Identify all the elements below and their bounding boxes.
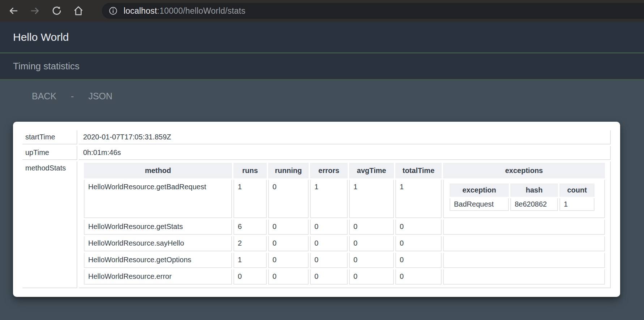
runs-value: 2 [233,236,267,251]
method-name: HelloWorldResource.getStats [84,220,232,235]
method-name: HelloWorldResource.getBadRequest [84,180,232,218]
exceptions-cell: exception hash count BadRequest 8e620862 [443,180,605,218]
running-value: 0 [268,236,309,251]
avgtime-value: 1 [349,180,394,218]
totaltime-value: 1 [395,180,442,218]
home-button[interactable] [72,4,85,18]
url-host: localhost [124,6,157,16]
col-header-exception: exception [450,183,509,197]
table-row-getstats: HelloWorldResource.getStats 6 0 0 0 0 [84,220,605,235]
sub-header: Timing statistics [0,53,644,80]
col-header-avgtime: avgTime [349,163,394,178]
method-stats-value: method runs running errors avgTime total… [79,161,611,288]
errors-value: 0 [310,236,348,251]
json-link[interactable]: JSON [88,91,112,101]
back-button[interactable] [7,4,20,18]
avgtime-value: 0 [349,253,394,268]
method-stats-table: method runs running errors avgTime total… [82,161,606,286]
start-time-value: 2020-01-07T17:05:31.859Z [79,130,611,144]
runs-value: 1 [233,253,267,268]
running-value: 0 [268,220,309,235]
method-table-header-row: method runs running errors avgTime total… [84,163,605,178]
table-row-start-time: startTime 2020-01-07T17:05:31.859Z [22,130,611,144]
col-header-count: count [559,183,594,197]
errors-value: 1 [310,180,348,218]
table-row-getbadrequest: HelloWorldResource.getBadRequest 1 0 1 1… [84,180,605,218]
back-link[interactable]: BACK [32,91,56,101]
method-name: HelloWorldResource.getOptions [84,253,232,268]
totaltime-value: 0 [395,253,442,268]
col-header-hash: hash [510,183,558,197]
home-icon [73,5,84,16]
browser-chrome: localhost:10000/helloWorld/stats [0,0,644,22]
running-value: 0 [268,180,309,218]
page-title: Hello World [13,31,69,43]
url-path: :10000/helloWorld/stats [157,6,246,16]
totaltime-value: 0 [395,269,442,285]
exceptions-cell-empty [443,220,605,235]
url-bar[interactable]: localhost:10000/helloWorld/stats [102,3,644,19]
table-row-sayhello: HelloWorldResource.sayHello 2 0 0 0 0 [84,236,605,251]
reload-button[interactable] [50,4,64,18]
section-title: Timing statistics [13,61,80,72]
runs-value: 0 [233,269,267,285]
up-time-value: 0h:01m:46s [79,146,611,160]
back-icon [8,5,19,16]
totaltime-value: 0 [395,220,442,235]
reload-icon [51,5,62,16]
avgtime-value: 0 [349,236,394,251]
exception-hash: 8e620862 [510,198,558,211]
method-stats-key: methodStats [22,161,77,288]
exception-name: BadRequest [450,198,509,211]
stats-table: startTime 2020-01-07T17:05:31.859Z upTim… [21,129,612,290]
url-text: localhost:10000/helloWorld/stats [124,6,245,16]
col-header-errors: errors [310,163,348,178]
exceptions-cell-empty [443,236,605,251]
table-row-getoptions: HelloWorldResource.getOptions 1 0 0 0 0 [84,253,605,268]
col-header-runs: runs [233,163,267,178]
exception-count: 1 [559,198,594,211]
method-name: HelloWorldResource.error [84,269,232,285]
up-time-key: upTime [22,146,77,160]
avgtime-value: 0 [349,269,394,285]
runs-value: 6 [233,220,267,235]
info-icon[interactable] [108,6,118,16]
col-header-method: method [84,163,232,178]
toolbar: BACK - JSON [0,80,644,101]
col-header-totaltime: totalTime [395,163,442,178]
forward-icon [30,5,40,16]
col-header-exceptions: exceptions [443,163,605,178]
table-row-error: HelloWorldResource.error 0 0 0 0 0 [84,269,605,285]
method-name: HelloWorldResource.sayHello [84,236,232,251]
running-value: 0 [268,269,309,285]
table-row-method-stats: methodStats method runs running [22,161,611,288]
running-value: 0 [268,253,309,268]
app-header: Hello World [0,22,644,53]
exceptions-cell-empty [443,269,605,285]
errors-value: 0 [310,269,348,285]
exceptions-header-row: exception hash count [450,183,594,197]
table-row-badrequest-exception: BadRequest 8e620862 1 [450,198,594,211]
col-header-running: running [268,163,309,178]
forward-button[interactable] [28,4,42,18]
exceptions-cell-empty [443,253,605,268]
runs-value: 1 [233,180,267,218]
errors-value: 0 [310,253,348,268]
stats-card: startTime 2020-01-07T17:05:31.859Z upTim… [13,122,620,297]
start-time-key: startTime [22,130,77,144]
exceptions-table: exception hash count BadRequest 8e620862 [448,182,596,212]
toolbar-separator: - [71,91,74,101]
errors-value: 0 [310,220,348,235]
totaltime-value: 0 [395,236,442,251]
table-row-up-time: upTime 0h:01m:46s [22,146,611,160]
avgtime-value: 0 [349,220,394,235]
